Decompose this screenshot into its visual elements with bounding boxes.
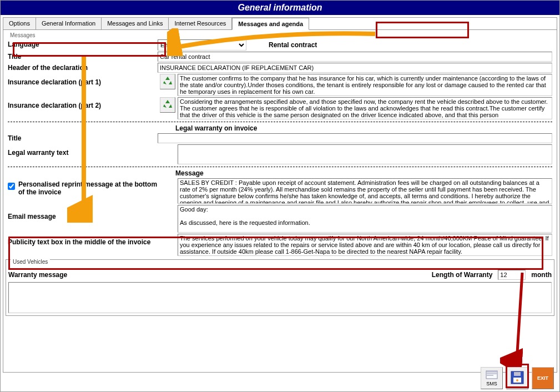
email-message-label: Email message [8, 205, 158, 220]
message-section-header: Message [175, 169, 552, 177]
title-label: Title [8, 52, 158, 61]
language-label: Language [8, 39, 158, 48]
section-divider [8, 167, 552, 167]
legal-title-input[interactable] [158, 133, 552, 143]
insurance-decl1-label: Insurance declaration (part 1) [8, 74, 158, 86]
exit-button[interactable]: EXIT [532, 367, 554, 389]
tab-options[interactable]: Options [3, 18, 36, 29]
window-title: General information [1, 1, 559, 15]
insurance-decl1-textarea[interactable] [178, 74, 552, 96]
recycle-button-2[interactable] [160, 97, 175, 113]
used-vehicles-fieldset: Used Vehicles Warranty message Length of… [6, 259, 554, 316]
bottom-toolbar: SMS EXIT [481, 367, 554, 389]
header-declaration-input[interactable] [158, 63, 552, 73]
warranty-length-input[interactable] [498, 270, 526, 280]
language-select[interactable]: English [158, 39, 246, 51]
publicity-textarea[interactable] [178, 234, 552, 256]
tab-messages-links[interactable]: Messages and Links [102, 18, 169, 29]
email-message-textarea[interactable] [178, 205, 552, 233]
publicity-label: Publicity text box in the middle of the … [8, 234, 158, 246]
legal-text-label: Legal warranty text [8, 144, 158, 157]
recycle-button-1[interactable] [160, 74, 175, 89]
insurance-decl2-textarea[interactable] [178, 97, 552, 119]
tab-general-information[interactable]: General Information [36, 18, 102, 29]
header-declaration-label: Header of the declaration [8, 63, 158, 72]
floppy-disk-icon [509, 370, 525, 387]
personalised-label: Personalised reprint message at the bott… [18, 180, 158, 196]
insurance-decl2-label: Insurance declaration (part 2) [8, 97, 158, 109]
used-vehicles-legend: Used Vehicles [11, 259, 50, 265]
messages-fieldset-legend: Messages [10, 32, 552, 38]
tab-bar: Options General Information Messages and… [3, 18, 557, 30]
save-button[interactable] [506, 367, 528, 389]
title-input[interactable] [158, 52, 552, 62]
sms-button[interactable]: SMS [481, 367, 503, 389]
svg-point-4 [516, 379, 518, 381]
personalised-checkbox[interactable] [8, 183, 15, 190]
warranty-message-textarea[interactable] [8, 282, 552, 313]
legal-text-textarea[interactable] [178, 144, 552, 164]
sms-icon: SMS [485, 370, 498, 386]
length-of-warranty-label: Length of Warranty [432, 271, 493, 279]
tab-messages-agenda[interactable]: Messages and agenda [232, 18, 309, 30]
warranty-message-label: Warranty message [8, 271, 426, 279]
tab-internet-resources[interactable]: Internet Resources [169, 18, 232, 29]
personalised-textarea[interactable] [178, 178, 552, 204]
warranty-length-unit: month [531, 271, 552, 279]
rental-contract-header: Rental contract [269, 41, 317, 49]
svg-rect-3 [514, 372, 521, 376]
legal-title-label: Title [8, 133, 158, 142]
recycle-icon [162, 99, 173, 112]
legal-warranty-header: Legal warranty on invoice [175, 124, 552, 132]
exit-icon: EXIT [537, 375, 548, 381]
recycle-icon [162, 76, 173, 88]
section-divider [8, 122, 552, 122]
